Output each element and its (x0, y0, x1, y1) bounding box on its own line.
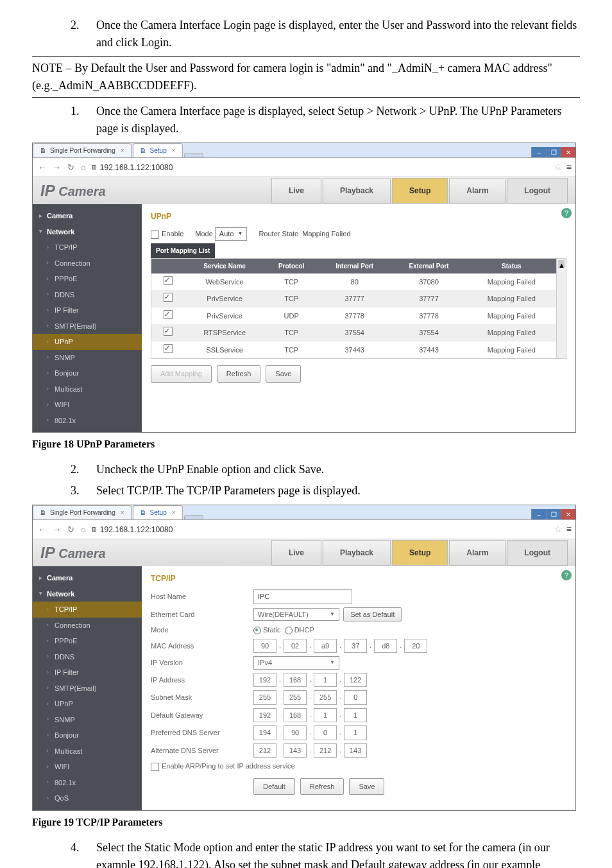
sidebar-item-network[interactable]: ▾Network (33, 586, 142, 602)
browser-tab[interactable]: 🗎Setup× (133, 143, 183, 157)
table-row[interactable]: WebServiceTCP8037080Mapping Failed (151, 273, 556, 291)
maximize-button[interactable]: ❐ (546, 509, 561, 519)
sidebar-item-wifi[interactable]: ›WIFI (33, 397, 142, 413)
sidebar-item-bonjour[interactable]: ›Bonjour (33, 365, 142, 381)
sidebar-item-ipfilter[interactable]: ›IP Filter (33, 302, 142, 318)
save-button[interactable]: Save (266, 365, 301, 383)
table-row[interactable]: PrivServiceTCP3777737777Mapping Failed (151, 290, 556, 308)
row-checkbox[interactable] (164, 276, 173, 285)
back-icon[interactable]: ← (37, 523, 47, 536)
nav-logout[interactable]: Logout (507, 178, 568, 204)
set-default-button[interactable]: Set as Default (343, 607, 402, 622)
new-tab-button[interactable] (184, 515, 203, 519)
ipversion-select[interactable]: IPv4▼ (253, 656, 339, 670)
browser-tab[interactable]: 🗎Setup× (133, 505, 183, 519)
sidebar-item-smtp[interactable]: ›SMTP(Email) (33, 318, 142, 334)
sidebar-item-bonjour[interactable]: ›Bonjour (33, 727, 142, 743)
row-checkbox[interactable] (164, 293, 173, 302)
reload-icon[interactable]: ↻ (66, 523, 76, 536)
minimize-button[interactable]: – (531, 509, 546, 519)
sidebar-item-ddns[interactable]: ›DDNS (33, 287, 142, 303)
sidebar-item-pppoe[interactable]: ›PPPoE (33, 633, 142, 649)
close-window-button[interactable]: ✕ (561, 509, 575, 519)
nav-live[interactable]: Live (271, 540, 321, 566)
star-icon[interactable]: ☆ (554, 161, 563, 174)
sidebar-item-8021x[interactable]: ›802.1x (33, 413, 142, 429)
dhcp-radio[interactable]: DHCP (285, 625, 314, 636)
sidebar-item-snmp[interactable]: ›SNMP (33, 350, 142, 366)
maximize-button[interactable]: ❐ (546, 147, 561, 157)
close-icon[interactable]: × (121, 508, 124, 517)
nav-alarm[interactable]: Alarm (449, 178, 506, 204)
sidebar-item-qos[interactable]: ›QoS (33, 790, 142, 806)
home-icon[interactable]: ⌂ (80, 161, 87, 174)
nav-playback[interactable]: Playback (323, 540, 391, 566)
alternate-dns-input[interactable]: 212.143.212.143 (253, 743, 367, 758)
help-icon[interactable]: ? (561, 208, 572, 218)
add-mapping-button[interactable]: Add Mapping (151, 365, 212, 383)
reload-icon[interactable]: ↻ (66, 161, 76, 174)
sidebar-item-ddns[interactable]: ›DDNS (33, 649, 142, 665)
sidebar-item-tcpip[interactable]: ›TCP/IP (33, 602, 142, 618)
ipaddress-input[interactable]: 192.168.1.122 (253, 673, 367, 688)
mac-input[interactable]: 90.02.a9.37.d8.20 (253, 639, 427, 654)
mode-select[interactable]: Auto▼ (215, 227, 248, 241)
row-checkbox[interactable] (164, 344, 173, 353)
sidebar-item-upnp[interactable]: ›UPnP (33, 696, 142, 712)
close-icon[interactable]: × (172, 508, 176, 517)
sidebar-item-smtp[interactable]: ›SMTP(Email) (33, 681, 142, 697)
sidebar-item-pppoe[interactable]: ›PPPoE (33, 271, 142, 287)
menu-icon[interactable]: ≡ (566, 523, 572, 536)
url-input[interactable]: 🗎192.168.1.122:10080 (91, 162, 550, 173)
sidebar-item-upnp[interactable]: ›UPnP (33, 334, 142, 350)
nav-live[interactable]: Live (271, 178, 321, 204)
row-checkbox[interactable] (164, 327, 173, 336)
save-button[interactable]: Save (349, 778, 384, 795)
sidebar-item-camera[interactable]: ▸Camera (33, 570, 142, 586)
gateway-input[interactable]: 192.168.1.1 (253, 708, 367, 723)
browser-tab[interactable]: 🗎Single Port Forwarding× (33, 505, 132, 519)
table-row[interactable]: RTSPServiceTCP3755437554Mapping Failed (151, 324, 556, 342)
sidebar-item-multicast[interactable]: ›Multicast (33, 743, 142, 759)
subnet-input[interactable]: 255.255.255.0 (253, 690, 367, 705)
minimize-button[interactable]: – (531, 147, 546, 157)
sidebar-item-multicast[interactable]: ›Multicast (33, 381, 142, 397)
back-icon[interactable]: ← (37, 161, 47, 174)
arp-checkbox[interactable]: Enable ARP/Ping to set IP address servic… (151, 761, 295, 772)
table-row[interactable]: SSLServiceTCP3744337443Mapping Failed (151, 342, 556, 359)
forward-icon[interactable]: → (51, 523, 62, 536)
sidebar-item-snmp[interactable]: ›SNMP (33, 712, 142, 728)
url-input[interactable]: 🗎192.168.1.122:10080 (91, 524, 550, 535)
sidebar-item-ipfilter[interactable]: ›IP Filter (33, 664, 142, 681)
static-radio[interactable]: Static (253, 625, 281, 636)
sidebar-item-8021x[interactable]: ›802.1x (33, 775, 142, 791)
new-tab-button[interactable] (184, 153, 203, 157)
sidebar-item-connection[interactable]: ›Connection (33, 618, 142, 634)
enable-checkbox[interactable]: Enable (151, 229, 183, 239)
sidebar-item-connection[interactable]: ›Connection (33, 256, 142, 272)
close-icon[interactable]: × (172, 146, 176, 155)
hostname-input[interactable]: IPC (253, 589, 352, 604)
scrollbar[interactable]: ▲ (556, 259, 566, 359)
ethernet-select[interactable]: Wire(DEFAULT)▼ (253, 608, 339, 621)
row-checkbox[interactable] (164, 310, 173, 319)
sidebar-item-camera[interactable]: ▸Camera (33, 208, 142, 224)
preferred-dns-input[interactable]: 194.90.0.1 (253, 725, 367, 740)
nav-setup[interactable]: Setup (392, 540, 448, 566)
forward-icon[interactable]: → (51, 161, 62, 174)
star-icon[interactable]: ☆ (554, 523, 563, 536)
default-button[interactable]: Default (253, 778, 295, 795)
home-icon[interactable]: ⌂ (80, 523, 87, 536)
menu-icon[interactable]: ≡ (566, 161, 572, 174)
close-window-button[interactable]: ✕ (561, 147, 575, 157)
nav-setup[interactable]: Setup (392, 178, 448, 204)
nav-logout[interactable]: Logout (507, 540, 568, 566)
sidebar-item-wifi[interactable]: ›WIFI (33, 759, 142, 775)
nav-alarm[interactable]: Alarm (449, 540, 506, 566)
sidebar-item-network[interactable]: ▾Network (33, 224, 142, 240)
close-icon[interactable]: × (121, 146, 124, 155)
refresh-button[interactable]: Refresh (300, 778, 344, 795)
nav-playback[interactable]: Playback (323, 178, 391, 204)
help-icon[interactable]: ? (561, 570, 572, 580)
refresh-button[interactable]: Refresh (217, 365, 261, 383)
